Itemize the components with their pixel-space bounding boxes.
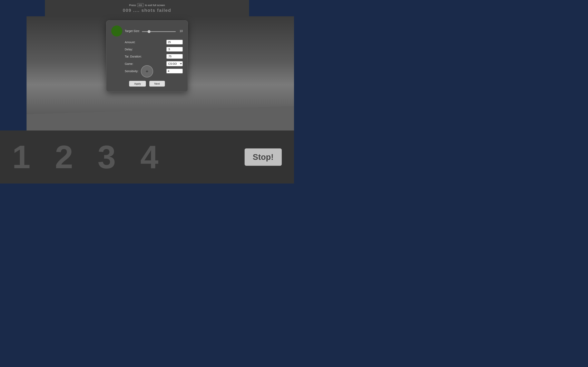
target-preview-circle — [111, 25, 122, 36]
shots-failed-text: 009 .... shots failed — [123, 8, 171, 13]
target-size-value: 10 — [178, 29, 183, 33]
counter-2: 2 — [55, 141, 73, 173]
stop-button[interactable]: Stop! — [245, 149, 282, 166]
counter-numbers: 1 2 3 4 — [12, 141, 158, 173]
sensitivity-row: Sensitivity: — [111, 69, 183, 73]
next-button[interactable]: Next — [149, 81, 165, 87]
game-row: Game: CS:GO Valorant Overwatch Apex Lege… — [111, 61, 183, 66]
amount-row: Amount: — [111, 40, 183, 44]
game-select[interactable]: CS:GO Valorant Overwatch Apex Legends — [166, 61, 183, 66]
amount-input[interactable] — [166, 40, 183, 44]
amount-label: Amount: — [125, 41, 166, 44]
platform-surface — [26, 90, 294, 131]
target-size-slider[interactable] — [142, 31, 176, 32]
esc-key-badge: esc — [137, 3, 144, 7]
left-background — [0, 16, 26, 131]
counter-1: 1 — [12, 141, 30, 173]
slider-section: Target Size: 10 — [125, 29, 183, 33]
settings-dialog: Target Size: 10 Amount: Delay: Tar. Dura… — [106, 20, 188, 92]
delay-label: Delay: — [125, 48, 166, 51]
tar-duration-row: Tar. Duration: — [111, 54, 183, 59]
bottom-counter-bar: 1 2 3 4 Stop! — [0, 131, 294, 184]
tar-duration-label: Tar. Duration: — [125, 55, 166, 58]
press-label: Press — [129, 4, 136, 7]
target-size-row: Target Size: 10 — [111, 25, 183, 36]
exit-label: to exit full screen — [145, 4, 165, 7]
apply-button[interactable]: Apply — [129, 81, 146, 87]
delay-input[interactable] — [166, 47, 183, 52]
sensitivity-label: Sensitivity: — [125, 69, 166, 73]
top-game-bar: Press esc to exit full screen 009 .... s… — [45, 0, 249, 16]
target-size-label: Target Size: — [125, 29, 140, 33]
delay-row: Delay: — [111, 47, 183, 52]
counter-4: 4 — [140, 141, 158, 173]
tar-duration-input[interactable] — [166, 54, 183, 59]
dialog-buttons: Apply Next — [111, 78, 183, 87]
fullscreen-notice: Press esc to exit full screen — [129, 3, 165, 7]
counter-3: 3 — [98, 141, 116, 173]
game-label: Game: — [125, 62, 166, 66]
sensitivity-input[interactable] — [166, 69, 183, 73]
slider-wrapper — [142, 29, 176, 33]
